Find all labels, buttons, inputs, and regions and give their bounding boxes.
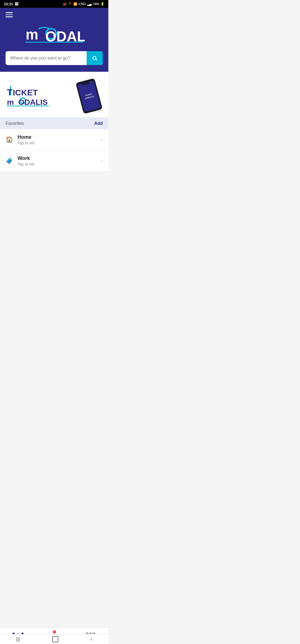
search-icon (92, 55, 98, 61)
favorite-home-item[interactable]: 🏠 Home Tap to set › (0, 129, 108, 150)
favorite-home-subtitle: Tap to set (18, 141, 101, 145)
favorite-work-title: Work (18, 155, 101, 161)
favorite-work-item[interactable]: 🧳 Work Tap to set › (0, 150, 108, 172)
search-button[interactable] (87, 51, 103, 65)
phone-svg: TICKET mODALIS (75, 77, 103, 113)
modalis-logo: m ODALIS (24, 26, 85, 43)
signal-label: LTE1 (79, 2, 86, 6)
favorites-section-header: Favorites Add (0, 118, 108, 129)
ticket-logo-text: T ICKET m ODALIS (6, 85, 53, 107)
favorite-work-content: Work Tap to set (18, 155, 101, 166)
briefcase-icon: 💼 (63, 2, 67, 6)
status-bar: 15:21 🖼 💼 📍 📶 LTE1 ▂▄ 74% 🔋 (0, 0, 108, 8)
status-indicators: 💼 📍 📶 LTE1 ▂▄ 74% 🔋 (63, 2, 104, 6)
signal-bars: ▂▄ (87, 2, 92, 6)
work-chevron-icon: › (101, 158, 103, 164)
status-time: 15:21 🖼 (4, 2, 18, 6)
time-display: 15:21 (4, 2, 13, 6)
hamburger-line-2 (6, 14, 13, 15)
ticket-banner: T ICKET m ODALIS TICKET mODALIS (0, 72, 108, 118)
photo-icon: 🖼 (15, 2, 18, 6)
phone-mockup: TICKET mODALIS (75, 77, 103, 115)
svg-text:m: m (7, 98, 14, 106)
favorites-title: Favorites (6, 121, 24, 126)
bottom-spacer (0, 172, 108, 205)
hero-section: m ODALIS (0, 8, 108, 72)
battery-label: 74% (93, 2, 99, 6)
favorite-work-subtitle: Tap to set (18, 162, 101, 166)
home-chevron-icon: › (101, 137, 103, 143)
logo-area: m ODALIS (6, 26, 103, 43)
battery-icon: 🔋 (101, 2, 104, 6)
work-icon: 🧳 (6, 157, 13, 164)
svg-text:T: T (7, 87, 12, 97)
search-input[interactable] (6, 51, 87, 65)
svg-rect-15 (78, 80, 101, 112)
home-icon: 🏠 (6, 136, 13, 143)
favorites-add-button[interactable]: Add (94, 121, 103, 126)
hamburger-menu[interactable] (6, 12, 103, 17)
svg-text:ICKET: ICKET (13, 88, 38, 97)
hamburger-line-3 (6, 16, 13, 17)
wifi-icon: 📶 (73, 2, 77, 6)
favorite-home-content: Home Tap to set (18, 134, 101, 145)
location-icon: 📍 (68, 2, 72, 6)
favorite-home-title: Home (18, 134, 101, 140)
svg-text:ODALIS: ODALIS (18, 98, 48, 106)
svg-text:m: m (26, 27, 38, 43)
search-bar (6, 51, 103, 65)
hamburger-line-1 (6, 12, 13, 13)
ticket-modalis-logo: T ICKET m ODALIS (6, 85, 53, 107)
svg-text:ODALIS: ODALIS (45, 28, 85, 43)
